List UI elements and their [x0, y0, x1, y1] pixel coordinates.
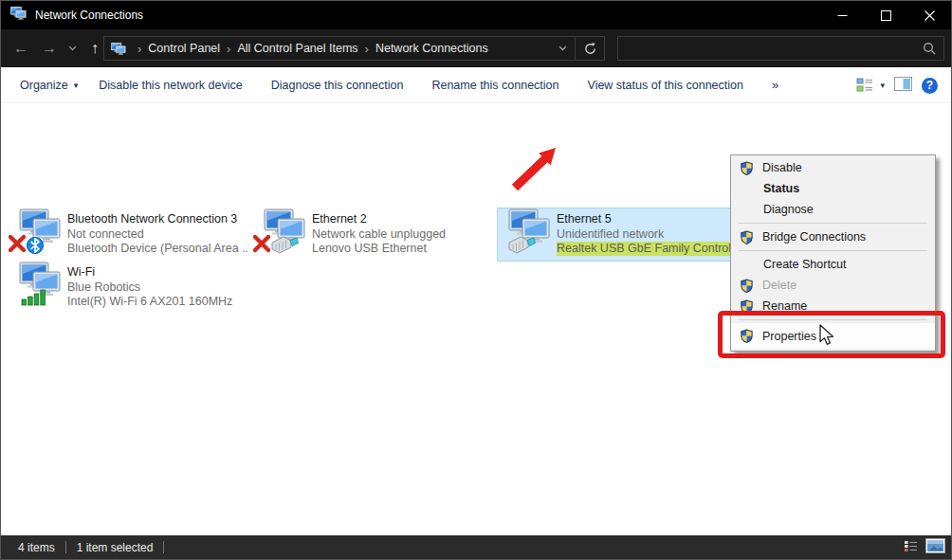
status-divider [163, 541, 164, 553]
breadcrumb-separator: › [131, 42, 148, 56]
command-bar-right: ▾ ? [856, 67, 938, 103]
rj45-icon [272, 237, 299, 253]
change-view-button[interactable]: ▾ [856, 78, 885, 93]
app-icon [10, 7, 27, 24]
menu-item-create-shortcut[interactable]: Create Shortcut [731, 254, 935, 275]
ethernet-adapter-icon [498, 208, 557, 261]
back-icon: ← [13, 40, 28, 57]
preview-pane-button[interactable] [894, 77, 912, 94]
connection-status: Blue Robotics [67, 280, 232, 296]
connection-status: Unidentified network [557, 227, 733, 243]
uac-shield-icon [740, 230, 754, 244]
maximize-icon [881, 10, 891, 21]
help-button[interactable]: ? [922, 78, 938, 94]
menu-item-properties[interactable]: Properties [731, 323, 935, 349]
refresh-button[interactable] [576, 42, 604, 56]
menu-item-label: Properties [762, 330, 816, 343]
connection-item-ethernet2[interactable]: Ethernet 2 Network cable unplugged Lenov… [253, 208, 492, 262]
details-view-button[interactable] [904, 540, 918, 555]
chevron-down-icon: ▾ [74, 81, 79, 90]
menu-separator [739, 319, 927, 320]
location-icon [111, 43, 127, 55]
connection-status: Not connected [67, 227, 247, 243]
uac-shield-icon [740, 279, 754, 293]
selected-count: 1 item selected [77, 541, 154, 554]
menu-item-label: Status [763, 182, 799, 195]
menu-item-label: Create Shortcut [763, 258, 847, 271]
rename-connection-button[interactable]: Rename this connection [431, 79, 558, 92]
menu-item-rename[interactable]: Rename [731, 296, 935, 316]
recent-locations-button[interactable] [64, 29, 81, 67]
menu-separator [739, 223, 927, 224]
connection-item-bluetooth[interactable]: Bluetooth Network Connection 3 Not conne… [9, 208, 247, 262]
status-divider [65, 541, 66, 553]
connection-status: Network cable unplugged [312, 227, 446, 243]
menu-item-label: Rename [762, 299, 807, 313]
connection-name: Ethernet 5 [557, 212, 733, 227]
view-status-button[interactable]: View status of this connection [588, 79, 743, 92]
window-title: Network Connections [35, 9, 143, 22]
help-icon: ? [926, 79, 933, 92]
ethernet-adapter-icon [253, 208, 312, 262]
preview-pane-icon [894, 77, 912, 91]
forward-button[interactable]: → [37, 29, 62, 67]
close-button[interactable] [907, 1, 951, 29]
connection-text: Ethernet 2 Network cable unplugged Lenov… [312, 208, 446, 262]
connection-device: Lenovo USB Ethernet [312, 242, 446, 257]
diagnose-connection-button[interactable]: Diagnose this connection [271, 79, 404, 92]
breadcrumb-separator: › [358, 42, 375, 56]
menu-item-bridge-connections[interactable]: Bridge Connections [731, 226, 935, 247]
search-icon [923, 42, 936, 55]
address-dropdown-button[interactable] [550, 45, 575, 51]
connection-device: Intel(R) Wi-Fi 6 AX201 160MHz [67, 295, 232, 310]
search-input[interactable] [618, 42, 923, 55]
details-view-icon [904, 540, 918, 552]
wifi-adapter-icon [9, 262, 67, 315]
status-bar: 4 items 1 item selected [1, 535, 951, 559]
more-commands-button[interactable]: » [772, 78, 778, 92]
connection-item-wifi[interactable]: Wi-Fi Blue Robotics Intel(R) Wi-Fi 6 AX2… [9, 262, 247, 315]
connection-name: Bluetooth Network Connection 3 [67, 212, 247, 227]
uac-shield-icon [740, 329, 754, 343]
search-box[interactable] [617, 36, 944, 61]
minimize-icon [837, 10, 848, 21]
menu-item-label: Delete [762, 279, 796, 292]
status-bar-view-buttons [904, 535, 945, 559]
rj45-icon [509, 237, 536, 253]
menu-separator [739, 250, 927, 251]
menu-item-disable[interactable]: Disable [731, 157, 935, 178]
chevron-down-icon [68, 45, 77, 51]
menu-item-delete: Delete [731, 275, 935, 296]
breadcrumb-all-control-panel-items[interactable]: All Control Panel Items [237, 42, 357, 55]
maximize-button[interactable] [864, 1, 907, 29]
forward-icon: → [42, 40, 57, 57]
views-icon [856, 78, 874, 93]
command-bar: Organize ▾ Disable this network device D… [1, 67, 951, 103]
connection-name: Ethernet 2 [312, 212, 446, 227]
command-bar-left: Organize ▾ Disable this network device D… [1, 78, 778, 92]
address-bar[interactable]: › Control Panel › All Control Panel Item… [103, 36, 605, 61]
menu-item-status[interactable]: Status [731, 178, 935, 199]
titlebar: Network Connections [1, 1, 951, 29]
disable-device-button[interactable]: Disable this network device [99, 79, 242, 92]
context-menu: Disable Status Diagnose Bridge Connectio… [730, 154, 936, 352]
connection-name: Wi-Fi [67, 265, 232, 280]
menu-item-label: Diagnose [763, 203, 814, 216]
network-connections-window: Network Connections ← → ↑ › Control Pane… [0, 0, 952, 560]
minimize-button[interactable] [820, 1, 864, 29]
uac-shield-icon [740, 161, 754, 175]
signal-bars-icon [22, 290, 45, 305]
connection-text: Bluetooth Network Connection 3 Not conne… [67, 208, 247, 262]
breadcrumb-separator: › [220, 42, 237, 56]
connection-text: Ethernet 5 Unidentified network Realtek … [557, 208, 733, 261]
organize-button[interactable]: Organize ▾ [20, 79, 78, 92]
large-icons-view-button[interactable] [925, 538, 945, 556]
breadcrumb-network-connections[interactable]: Network Connections [375, 42, 488, 55]
menu-item-diagnose[interactable]: Diagnose [731, 199, 935, 220]
connection-item-ethernet5-selected[interactable]: Ethernet 5 Unidentified network Realtek … [497, 208, 734, 262]
chevron-down-icon [558, 45, 567, 51]
back-button[interactable]: ← [9, 29, 33, 67]
chevron-down-icon: ▾ [880, 81, 885, 90]
breadcrumb-control-panel[interactable]: Control Panel [148, 42, 220, 55]
bluetooth-adapter-icon [9, 208, 67, 262]
